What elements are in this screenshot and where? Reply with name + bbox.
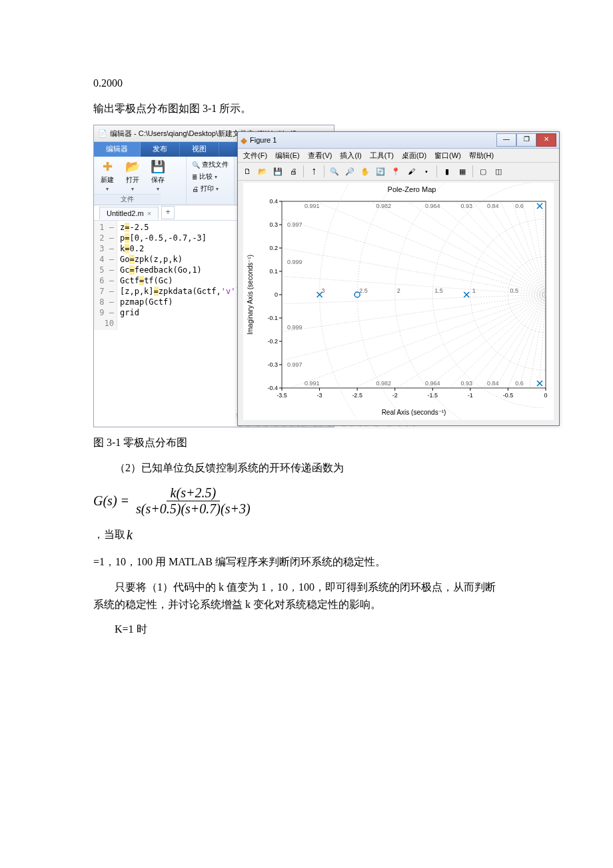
save-icon: 💾 bbox=[151, 159, 165, 174]
matlab-icon: ◆ bbox=[241, 135, 247, 145]
svg-line-18 bbox=[282, 295, 546, 332]
when-prefix: ，当取 bbox=[93, 528, 125, 542]
svg-text:-0.3: -0.3 bbox=[267, 361, 278, 368]
transfer-function: G(s) = k(s+2.5) s(s+0.5)(s+0.7)(s+3) bbox=[93, 485, 520, 517]
svg-line-24 bbox=[449, 295, 546, 388]
when-k-line: ，当取 k bbox=[93, 527, 520, 543]
svg-text:-0.1: -0.1 bbox=[267, 315, 278, 321]
svg-line-29 bbox=[519, 295, 546, 388]
open-button[interactable]: 📂 打开 ▾ bbox=[122, 158, 143, 192]
svg-text:0.84: 0.84 bbox=[487, 203, 499, 209]
menu-tools[interactable]: 工具(T) bbox=[370, 151, 394, 161]
svg-line-19 bbox=[282, 295, 546, 361]
code-line: grid bbox=[120, 307, 241, 318]
tb-legend-icon[interactable]: ▦ bbox=[456, 165, 469, 178]
svg-text:0: 0 bbox=[544, 392, 547, 399]
menu-view[interactable]: 查看(V) bbox=[308, 151, 332, 161]
svg-text:-2: -2 bbox=[392, 392, 398, 399]
menu-help[interactable]: 帮助(H) bbox=[469, 151, 494, 161]
svg-line-7 bbox=[488, 201, 546, 295]
code-line: p=[0,-0.5,-0.7,-3] bbox=[120, 233, 241, 243]
tb-datacursor-icon[interactable]: 📍 bbox=[389, 165, 402, 178]
code-line: Gc=feedback(Go,1) bbox=[120, 265, 241, 275]
svg-text:0.84: 0.84 bbox=[487, 380, 499, 387]
menu-desktop[interactable]: 桌面(D) bbox=[402, 151, 426, 161]
open-icon: 📂 bbox=[125, 159, 140, 174]
save-button[interactable]: 💾 保存 ▾ bbox=[147, 158, 169, 192]
svg-line-3 bbox=[532, 201, 546, 295]
maximize-button[interactable]: ❐ bbox=[516, 133, 536, 147]
intro-line: 输出零极点分布图如图 3-1 所示。 bbox=[93, 100, 520, 117]
tb-rotate-icon[interactable]: 🔄 bbox=[374, 165, 387, 178]
code-line: pzmap(Gctf) bbox=[120, 297, 241, 307]
menu-window[interactable]: 窗口(W) bbox=[434, 151, 461, 161]
tb-dock-icon[interactable]: ◫ bbox=[492, 165, 505, 178]
code-line: Gctf=tf(Gc) bbox=[120, 275, 241, 286]
svg-text:0.964: 0.964 bbox=[425, 203, 440, 209]
code-line: z=-2.5 bbox=[120, 222, 241, 233]
code-line: [z,p,k]=zpkdata(Gctf,'v') bbox=[120, 286, 241, 297]
svg-line-31 bbox=[539, 295, 546, 388]
svg-text:0.991: 0.991 bbox=[305, 380, 320, 387]
svg-text:0.4: 0.4 bbox=[269, 198, 278, 205]
tb-colorbar-icon[interactable]: ▮ bbox=[440, 165, 454, 178]
tb-pan-icon[interactable]: ✋ bbox=[358, 165, 372, 178]
pzmap-svg: Pole-Zero Map32.521.510.5-3.5-3-2.5-2-1.… bbox=[243, 183, 554, 420]
svg-line-8 bbox=[473, 201, 546, 295]
open-label: 打开 bbox=[126, 175, 139, 185]
compare-label: 比较 bbox=[199, 172, 213, 181]
formula-lhs: G(s) = bbox=[93, 493, 129, 509]
body-line-2a: 只要将（1）代码中的 k 值变为 1，10，100，即可得到系统的闭环极点，从而… bbox=[93, 579, 520, 596]
formula-numerator: k(s+2.5) bbox=[167, 485, 220, 501]
tb-print-icon[interactable]: 🖨 bbox=[287, 165, 300, 178]
new-button[interactable]: ✚ 新建 ▾ bbox=[97, 158, 118, 192]
add-tab-button[interactable]: + bbox=[161, 206, 175, 219]
tb-open-icon[interactable]: 📂 bbox=[256, 165, 269, 178]
tb-zoomout-icon[interactable]: 🔎 bbox=[343, 165, 356, 178]
svg-line-12 bbox=[370, 201, 546, 295]
figure-title-bar: ◆ Figure 1 — ❐ ✕ bbox=[238, 132, 559, 149]
svg-line-23 bbox=[426, 295, 546, 388]
figure-menubar[interactable]: 文件(F) 编辑(E) 查看(V) 插入(I) 工具(T) 桌面(D) 窗口(W… bbox=[238, 149, 559, 163]
close-button[interactable]: ✕ bbox=[536, 133, 556, 147]
menu-file[interactable]: 文件(F) bbox=[243, 151, 267, 161]
value-line: 0.2000 bbox=[93, 75, 520, 92]
tb-new-icon[interactable]: 🗋 bbox=[241, 165, 254, 178]
ribbon-tab-view[interactable]: 视图 bbox=[180, 142, 219, 157]
svg-text:0.991: 0.991 bbox=[305, 203, 320, 209]
close-tab-icon[interactable]: × bbox=[147, 209, 151, 217]
tb-zoomin-icon[interactable]: 🔍 bbox=[328, 165, 341, 178]
plot-area: Pole-Zero Map32.521.510.5-3.5-3-2.5-2-1.… bbox=[243, 183, 554, 420]
figure-window: ◆ Figure 1 — ❐ ✕ 文件(F) 编辑(E) 查看(V) 插入(I)… bbox=[237, 131, 560, 426]
svg-line-27 bbox=[496, 295, 546, 388]
tb-hide-icon[interactable]: ▢ bbox=[476, 165, 490, 178]
minimize-button[interactable]: — bbox=[496, 133, 516, 147]
tb-save-icon[interactable]: 💾 bbox=[271, 165, 285, 178]
ribbon-tab-editor[interactable]: 编辑器 bbox=[94, 142, 141, 157]
svg-line-13 bbox=[314, 201, 546, 295]
ribbon-tab-publish[interactable]: 发布 bbox=[141, 142, 180, 157]
find-files-button[interactable]: 🔍查找文件 bbox=[191, 159, 230, 170]
tb-brush-icon[interactable]: 🖌 bbox=[404, 165, 418, 178]
svg-line-26 bbox=[483, 295, 546, 388]
menu-edit[interactable]: 编辑(E) bbox=[275, 151, 300, 161]
tb-link-icon[interactable]: • bbox=[420, 165, 433, 178]
figure-title: Figure 1 bbox=[250, 136, 277, 144]
svg-rect-1 bbox=[282, 201, 546, 388]
compare-button[interactable]: ≣比较 ▾ bbox=[191, 171, 230, 182]
print-button[interactable]: 🖨打印 ▾ bbox=[191, 183, 230, 194]
svg-text:0.5: 0.5 bbox=[510, 287, 518, 294]
svg-text:-3: -3 bbox=[317, 392, 322, 399]
svg-text:0.93: 0.93 bbox=[460, 203, 472, 209]
code-content[interactable]: z=-2.5 p=[0,-0.5,-0.7,-3] k=0.2 Go=zpk(z… bbox=[117, 221, 243, 330]
svg-text:0.982: 0.982 bbox=[376, 203, 391, 209]
matlab-screenshot: 📄 编辑器 - C:\Users\qiang\Desktop\新建文件夹 (2)… bbox=[93, 125, 560, 426]
menu-insert[interactable]: 插入(I) bbox=[340, 151, 361, 161]
body-line-3: K=1 时 bbox=[93, 621, 520, 638]
tb-pointer-icon[interactable]: ⭡ bbox=[307, 165, 320, 178]
svg-text:0.3: 0.3 bbox=[269, 221, 278, 228]
new-icon: ✚ bbox=[103, 159, 113, 174]
svg-line-6 bbox=[500, 201, 546, 295]
body-line-1: =1，10，100 用 MATLAB 编写程序来判断闭环系统的稳定性。 bbox=[93, 553, 520, 571]
file-tab[interactable]: Untitled2.m × bbox=[99, 207, 159, 219]
